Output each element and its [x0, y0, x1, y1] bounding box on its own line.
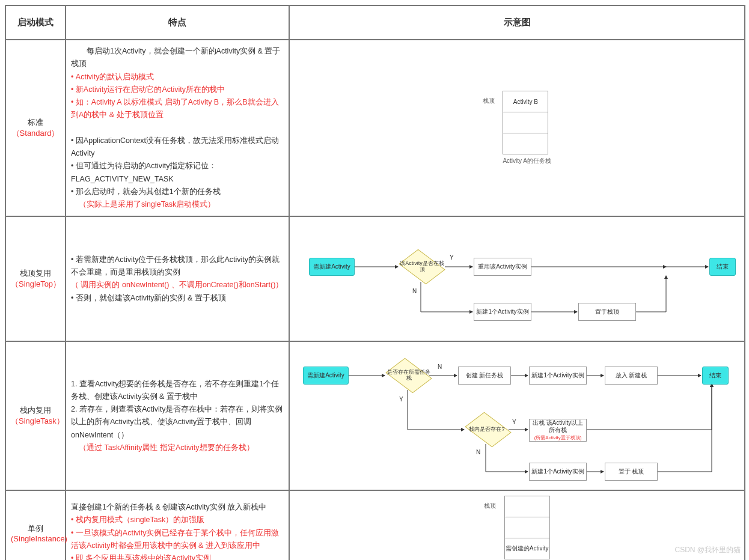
row-singletop: 栈顶复用 （SingleTop） • 若需新建的Activity位于任务栈栈顶，… — [5, 216, 745, 341]
task-push: 放入 新建栈 — [605, 367, 658, 385]
mode-singletask-name: 栈内复用 — [20, 406, 51, 415]
task-l1: 1. 查看Activity想要的任务栈是否存在，若不存在则重建1个任务栈、创建该… — [71, 380, 279, 401]
features-singleinstance: 直接创建1个新的任务栈 & 创建该Activity实例 放入新栈中 • 栈内复用… — [66, 490, 289, 560]
std-r2: • 新Activity运行在启动它的Activity所在的栈中 — [71, 85, 225, 94]
mode-singletask-en: （SingleTask） — [11, 416, 64, 425]
watermark: CSDN @我怀里的猫 — [674, 545, 741, 555]
diagram-singletop: 需新建Activity 该Activity是否在栈顶 Y N 重用该Activi… — [289, 216, 745, 341]
task-pop: 出栈 该Activity以上所有栈 (所需Activity置于栈顶) — [529, 419, 587, 442]
task-newinst: 新建1个Activity实例 — [529, 367, 587, 385]
inst-stack-box-mid — [504, 517, 550, 538]
row-standard: 标准 （Standard） 每启动1次Activity，就会创建一个新的Acti… — [5, 40, 745, 216]
header-mode: 启动模式 — [5, 5, 66, 40]
mode-standard-en: （Standard） — [12, 129, 60, 138]
task-diamond1: 是否存在所需任务栈 — [385, 358, 433, 394]
task-l2: 2. 若存在，则查看该Activity是否存在栈中：若存在，则将实例以上的所有A… — [71, 405, 283, 439]
top-end: 结束 — [709, 258, 736, 276]
mode-singleinstance-en: (SingleInstance) — [11, 534, 67, 543]
task-place: 置于 栈顶 — [605, 463, 658, 481]
inst-stack-box-bot: 需创建的Activity — [504, 538, 550, 559]
header-diagram: 示意图 — [289, 5, 745, 40]
std-r3: • 如：Activity A 以标准模式 启动了Activity B，那么B就会… — [71, 98, 279, 119]
task-newstack: 创建 新任务栈 — [458, 367, 511, 385]
inst-stack-box-top — [504, 496, 550, 517]
top-create: 新建1个Activity实例 — [474, 303, 531, 321]
features-standard: 每启动1次Activity，就会创建一个新的Activity实例 & 置于栈顶 … — [66, 40, 289, 216]
row-singletask: 栈内复用 （SingleTask） 1. 查看Activity想要的任务栈是否存… — [5, 341, 745, 490]
task-flow-arrows — [295, 347, 739, 485]
std-l4: • 那么启动时，就会为其创建1个新的任务栈 — [71, 187, 221, 196]
mode-standard: 标准 （Standard） — [5, 40, 66, 216]
std-l2: • 因ApplicationContext没有任务栈，故无法采用标准模式启动Ac… — [71, 136, 279, 157]
task-n2: N — [476, 449, 480, 455]
diagram-standard: 栈顶 Activity B Activity A的任务栈 — [289, 40, 745, 216]
task-diamond2: 栈内是否存在? — [464, 412, 510, 448]
mode-singletop: 栈顶复用 （SingleTop） — [5, 216, 66, 341]
top-reuse: 重用该Activity实例 — [474, 258, 531, 276]
std-stack: Activity B Activity A的任务栈 — [503, 91, 551, 165]
mode-standard-name: 标准 — [28, 118, 43, 127]
task-r1: （通过 TaskAffinity属性 指定Activity想要的任务栈） — [71, 443, 254, 452]
std-stack-caption: Activity A的任务栈 — [503, 157, 551, 165]
mode-singletop-name: 栈顶复用 — [20, 269, 51, 278]
std-l3: • 但可通过为待启动的Activity指定标记位：FLAG_ACTIVITY_N… — [71, 162, 216, 183]
task-pop-text: 出栈 该Activity以上所有栈 — [533, 419, 583, 433]
top-y: Y — [450, 254, 454, 261]
top-start: 需新建Activity — [309, 258, 355, 276]
std-l1: 每启动1次Activity，就会创建一个新的Activity实例 & 置于栈顶 — [71, 47, 280, 68]
top-diamond: 该Activity是否在栈顶 — [398, 249, 446, 285]
task-n1: N — [438, 364, 442, 370]
top-l2: • 否则，就创建该Activity新的实例 & 置于栈顶 — [71, 294, 226, 302]
top-r1: （ 调用实例的 onNewIntent() 、不调用onCreate()和onS… — [71, 281, 283, 289]
task-y1: Y — [399, 396, 403, 403]
inst-r1: • 栈内复用模式（singleTask）的加强版 — [71, 516, 204, 524]
mode-singletask: 栈内复用 （SingleTask） — [5, 341, 66, 490]
mode-singletop-en: （SingleTop） — [11, 279, 61, 288]
features-singletop: • 若需新建的Activity位于任务栈栈顶，那么此Activity的实例就不会… — [66, 216, 289, 341]
top-l1: • 若需新建的Activity位于任务栈栈顶，那么此Activity的实例就不会… — [71, 255, 280, 276]
header-row: 启动模式 特点 示意图 — [5, 5, 745, 40]
std-r4: （实际上是采用了singleTask启动模式） — [71, 200, 215, 208]
task-end: 结束 — [702, 367, 729, 385]
inst-l1: 直接创建1个新的任务栈 & 创建该Activity实例 放入新栈中 — [71, 503, 266, 511]
std-stack-top-label: 栈顶 — [483, 97, 495, 105]
task-start: 需新建Activity — [303, 367, 349, 385]
mode-singleinstance: 单例 (SingleInstance) — [5, 490, 66, 560]
launch-mode-table: 启动模式 特点 示意图 标准 （Standard） 每启动1次Activity，… — [5, 5, 745, 560]
mode-singleinstance-name: 单例 — [28, 524, 43, 533]
top-n: N — [412, 288, 417, 294]
header-features: 特点 — [66, 5, 289, 40]
std-r1: • Activity的默认启动模式 — [71, 73, 154, 81]
inst-r2: • 一旦该模式的Activity实例已经存在于某个栈中，任何应用激活该Activ… — [71, 529, 279, 550]
row-singleinstance: 单例 (SingleInstance) 直接创建1个新的任务栈 & 创建该Act… — [5, 490, 745, 560]
task-y2: Y — [512, 419, 516, 425]
features-singletask: 1. 查看Activity想要的任务栈是否存在，若不存在则重建1个任务栈、创建该… — [66, 341, 289, 490]
task-pop-note: (所需Activity置于栈顶) — [534, 435, 582, 440]
std-stack-box-mid — [503, 112, 548, 133]
inst-r3: • 即 多个应用共享该栈中的该Activity实例 — [71, 554, 211, 560]
std-stack-box-bot — [503, 133, 548, 154]
task-newinst2: 新建1个Activity实例 — [529, 463, 587, 481]
inst-stack-top-label: 栈顶 — [484, 502, 496, 510]
top-place: 置于栈顶 — [578, 303, 636, 321]
std-stack-box-top: Activity B — [503, 91, 548, 112]
inst-stack: 需创建的Activity 新建 任务栈 — [504, 496, 550, 560]
diagram-singletask: 需新建Activity 是否存在所需任务栈 N Y 创建 新任务栈 新建1个Ac… — [289, 341, 745, 490]
